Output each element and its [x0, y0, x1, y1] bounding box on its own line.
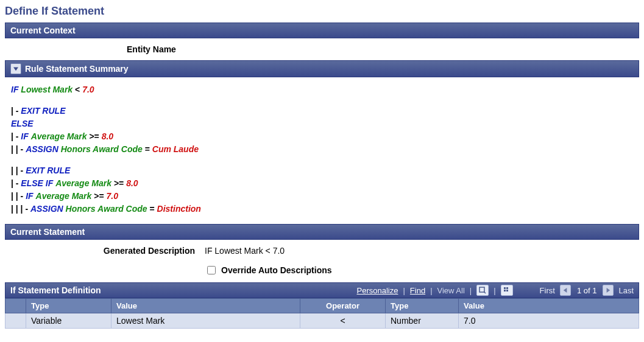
table-header-pad [5, 299, 26, 313]
svg-line-2 [484, 291, 486, 293]
override-auto-descriptions-checkbox[interactable] [207, 266, 216, 274]
svg-marker-8 [607, 288, 610, 293]
grid-title: If Statement Definition [10, 285, 101, 295]
prev-icon[interactable] [560, 285, 571, 296]
rule-line: | | - ASSIGN Honors Award Code = Cum Lau… [11, 143, 633, 156]
row-pad [5, 313, 26, 329]
zoom-icon[interactable] [476, 285, 489, 296]
section-current-statement: Current Statement [5, 224, 639, 240]
svg-rect-5 [504, 290, 506, 291]
rule-line: | - IF Average Mark >= 8.0 [11, 130, 633, 143]
generated-description-row: Generated Description IF Lowest Mark < 7… [5, 240, 639, 264]
col-operator[interactable]: Operator [300, 299, 386, 313]
grid-header-bar: If Statement Definition Personalize | Fi… [5, 282, 639, 298]
svg-rect-1 [479, 287, 484, 292]
svg-rect-3 [504, 287, 506, 289]
if-statement-definition-table: Type Value Operator Type Value Variable … [5, 298, 639, 329]
cell-value2: 7.0 [459, 313, 639, 329]
rule-line: IF Lowest Mark < 7.0 [11, 83, 633, 96]
svg-rect-6 [506, 290, 508, 291]
cell-operator: < [300, 313, 386, 329]
rule-summary-body: IF Lowest Mark < 7.0 | - EXIT RULE ELSE … [5, 77, 639, 224]
personalize-link[interactable]: Personalize [357, 286, 398, 295]
col-type1[interactable]: Type [26, 299, 111, 313]
cell-type2: Number [386, 313, 459, 329]
page-title: Define If Statement [5, 5, 639, 18]
section-current-context: Current Context [5, 23, 639, 38]
table-header-row: Type Value Operator Type Value [5, 299, 639, 313]
svg-marker-7 [564, 288, 567, 293]
svg-rect-4 [506, 287, 508, 289]
rule-line: | - ELSE IF Average Mark >= 8.0 [11, 177, 633, 190]
find-link[interactable]: Find [410, 286, 425, 295]
rule-line: | - EXIT RULE [11, 105, 633, 117]
col-value1[interactable]: Value [111, 299, 300, 313]
cell-type1: Variable [26, 313, 111, 329]
svg-marker-0 [13, 68, 18, 71]
table-row[interactable]: Variable Lowest Mark < Number 7.0 [5, 313, 639, 329]
col-value2[interactable]: Value [459, 299, 639, 313]
generated-description-label: Generated Description [5, 246, 205, 256]
rule-line: | | - EXIT RULE [11, 164, 633, 177]
next-icon[interactable] [603, 285, 614, 296]
rule-line: ELSE [11, 117, 633, 130]
view-all-link[interactable]: View All [437, 286, 465, 295]
generated-description-value: IF Lowest Mark < 7.0 [205, 246, 285, 256]
rule-line: | | - IF Average Mark >= 7.0 [11, 190, 633, 203]
cell-value1: Lowest Mark [111, 313, 300, 329]
row-count: 1 of 1 [575, 286, 600, 295]
section-rule-summary: Rule Statement Summary [5, 60, 639, 77]
grid-toolbar: Personalize | Find | View All | | First … [357, 285, 635, 296]
collapse-toggle-icon[interactable] [10, 63, 21, 74]
download-icon[interactable] [501, 285, 513, 296]
first-label[interactable]: First [539, 286, 556, 295]
rule-line: | | | - ASSIGN Honors Award Code = Disti… [11, 203, 633, 215]
override-auto-descriptions-label: Override Auto Descriptions [221, 265, 332, 275]
entity-name-label: Entity Name [5, 38, 639, 60]
last-label[interactable]: Last [617, 286, 635, 295]
section-rule-summary-label: Rule Statement Summary [25, 64, 129, 74]
col-type2[interactable]: Type [386, 299, 459, 313]
